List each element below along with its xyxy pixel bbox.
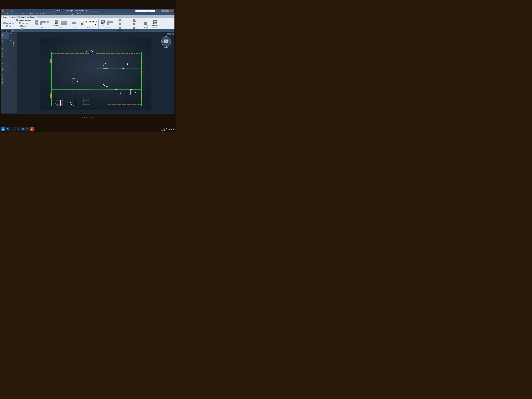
area-button[interactable]: □ Area bbox=[117, 23, 123, 27]
elevation-line-button[interactable]: ↑ Elevation Line bbox=[126, 27, 142, 31]
modify-btns-1[interactable] bbox=[60, 21, 68, 23]
sidebar-tab-display[interactable]: Display bbox=[1, 66, 9, 73]
system-tray: 🔔 🔊 📡 bbox=[169, 128, 174, 130]
menu-render[interactable]: Render bbox=[10, 13, 16, 15]
stair-button[interactable]: ≡ Stair bbox=[2, 25, 15, 28]
ribbon-group-view: View bbox=[69, 19, 79, 29]
vertical-section-label: VerticalSection bbox=[144, 25, 148, 28]
sidebar-tab-windows[interactable]: Windows bbox=[1, 51, 9, 59]
ceiling-grid-button[interactable]: ▦ Ceiling Grid bbox=[15, 22, 32, 25]
svg-text:E: E bbox=[170, 41, 171, 42]
detail-components-button[interactable]: ⊞ DetailComponents bbox=[151, 19, 159, 26]
sidebar-tab-doors[interactable]: Doors bbox=[1, 45, 9, 51]
main-layout: Design Walls Doors Windows Corner... Dis… bbox=[1, 32, 174, 113]
svg-rect-27 bbox=[51, 59, 51, 63]
tab-architecture[interactable]: Architecture bbox=[26, 16, 37, 18]
modify-btns-2[interactable] bbox=[60, 23, 68, 25]
floor-plan-drawing bbox=[40, 38, 151, 110]
layer-dropdown[interactable]: 0 bbox=[83, 23, 97, 25]
quickcalc-button[interactable]: = QuickCalc bbox=[117, 27, 123, 31]
view-group-content bbox=[70, 19, 78, 27]
taskbar-icon-chrome[interactable]: 🌐 bbox=[21, 127, 25, 131]
ribbon-group-modify: ✓ MatchProperties bbox=[52, 19, 69, 29]
layer-state-dropdown[interactable]: Unsaved Layer State bbox=[81, 20, 97, 23]
tab-annotate[interactable]: Annotate bbox=[16, 16, 25, 18]
annotation-group-content: A MultilineText bbox=[100, 19, 114, 27]
properties-panel: ByLayer ByL... 0000 ByL... layer layer bbox=[9, 32, 17, 113]
title-bar-title: AutoCAD Architecture 2017 - EDUCATIONAL … bbox=[13, 10, 135, 12]
ribbon-group-inquiry: ↔ Distance □ Area = QuickCalc Inquiry bbox=[116, 19, 124, 29]
menu-view[interactable]: View bbox=[17, 13, 22, 15]
draw-shapes-btn[interactable] bbox=[39, 21, 51, 25]
taskbar-icon-1[interactable]: 🖥 bbox=[12, 127, 16, 131]
sidebar-tab-design[interactable]: Design bbox=[1, 32, 9, 39]
ribbon-group-draw: ╱ Line bbox=[33, 19, 51, 29]
svg-rect-25 bbox=[141, 70, 142, 74]
window-controls: — □ ✕ bbox=[161, 10, 173, 12]
viewsonic-brand: ViewSonic bbox=[82, 116, 94, 119]
modify-label: Modify ▾ bbox=[58, 27, 63, 28]
menu-annotate[interactable]: Annotate bbox=[2, 13, 9, 15]
menu-bar: Annotate Render View Manage Add-ins A360… bbox=[1, 13, 174, 15]
horizontal-section-button[interactable]: — Horizontal Section bbox=[126, 19, 142, 23]
menu-bim[interactable]: BIM 360 bbox=[75, 13, 82, 15]
annotation-label[interactable]: Annotation ▾ bbox=[104, 27, 111, 28]
menu-performance[interactable]: Performance bbox=[83, 13, 93, 15]
menu-vision[interactable]: Vision Tools bbox=[42, 13, 51, 15]
box-button[interactable]: ◼ Box ▾ bbox=[15, 28, 32, 31]
close-button[interactable]: ✕ bbox=[170, 10, 173, 12]
svg-text:TOP: TOP bbox=[165, 40, 168, 42]
tab-home[interactable]: Home bbox=[2, 16, 9, 18]
sign-in-label[interactable]: Sign In bbox=[156, 10, 160, 12]
multiline-text-label: MultilineText bbox=[101, 23, 105, 26]
view-btns[interactable] bbox=[70, 22, 78, 24]
menu-manage[interactable]: Manage bbox=[22, 13, 29, 15]
svg-rect-31 bbox=[132, 52, 136, 52]
draw-label: Draw bbox=[41, 27, 44, 28]
ribbon-group-section: — Horizontal Section | Section Line ↑ El… bbox=[125, 19, 149, 29]
inner-close-btn[interactable]: ✕ bbox=[172, 33, 174, 35]
section-line-button[interactable]: | Section Line bbox=[126, 23, 142, 27]
view-label: View bbox=[73, 27, 76, 28]
menu-featured[interactable]: Featured Apps bbox=[63, 13, 75, 15]
inner-minimize-btn[interactable]: — bbox=[167, 33, 169, 35]
drawing-tab-floor-plan[interactable]: floor plan* bbox=[2, 30, 11, 32]
match-properties-button[interactable]: ✓ MatchProperties bbox=[53, 19, 60, 26]
line-label: Line bbox=[36, 24, 38, 25]
annotation-extra-btns[interactable] bbox=[106, 21, 114, 25]
inner-maximize-btn[interactable]: □ bbox=[169, 33, 171, 35]
section-group-content: — Horizontal Section | Section Line ↑ El… bbox=[126, 19, 148, 31]
menu-addins[interactable]: Add-ins bbox=[29, 13, 36, 15]
search-input[interactable] bbox=[135, 10, 155, 12]
sidebar-tab-walls[interactable]: Walls bbox=[1, 39, 9, 45]
sidebar-tab-extended-data[interactable]: Extended Data bbox=[1, 73, 9, 85]
layers-group-content: Unsaved Layer State 0 ▾ bbox=[81, 19, 98, 27]
roof-slab-button[interactable]: 🏠 Roof Slab Stair bbox=[2, 22, 15, 25]
tab-insert[interactable]: Insert bbox=[9, 16, 16, 18]
taskbar-icon-ppt[interactable]: P bbox=[25, 127, 29, 131]
taskbar-icon-ie[interactable]: e bbox=[17, 127, 20, 131]
vertical-section-icon: || bbox=[144, 22, 147, 25]
svg-text:N: N bbox=[166, 36, 167, 38]
taskbar-search[interactable]: 🔍 bbox=[6, 127, 10, 131]
new-drawing-tab-button[interactable]: + bbox=[11, 30, 14, 32]
vertical-section-button[interactable]: || VerticalSection bbox=[143, 21, 148, 29]
menu-a360[interactable]: A360 bbox=[36, 13, 42, 15]
minimize-button[interactable]: — bbox=[161, 10, 165, 12]
menu-express[interactable]: Express Tools bbox=[52, 13, 63, 15]
enhanced-custom-grid-button[interactable]: ⊞ Enhanced Custom Grid bbox=[15, 19, 32, 22]
svg-rect-24 bbox=[141, 59, 142, 63]
taskbar-icon-autocad[interactable]: A bbox=[30, 127, 34, 131]
space-button[interactable]: ◻ Space ▾ bbox=[15, 25, 32, 28]
sidebar-tab-corner[interactable]: Corner... bbox=[1, 59, 9, 66]
maximize-button[interactable]: □ bbox=[165, 10, 169, 12]
canvas-area[interactable]: N S E W TOP bbox=[17, 32, 174, 113]
ribbon-content: 🏠 Roof Slab Stair ≡ Stair bbox=[1, 18, 174, 29]
svg-text:W: W bbox=[162, 41, 163, 42]
multiline-text-button[interactable]: A MultilineText bbox=[100, 19, 106, 26]
command-area: ✕ ✓ ← bbox=[1, 113, 174, 114]
line-button[interactable]: ╱ Line bbox=[34, 20, 39, 26]
distance-button[interactable]: ↔ Distance bbox=[117, 19, 123, 23]
start-button[interactable]: ⊞ bbox=[1, 127, 5, 131]
monitor-bezel: A ▼ ✕ ↩ ☁ 📁 AutoCAD Architecture 2017 - … bbox=[0, 0, 176, 132]
